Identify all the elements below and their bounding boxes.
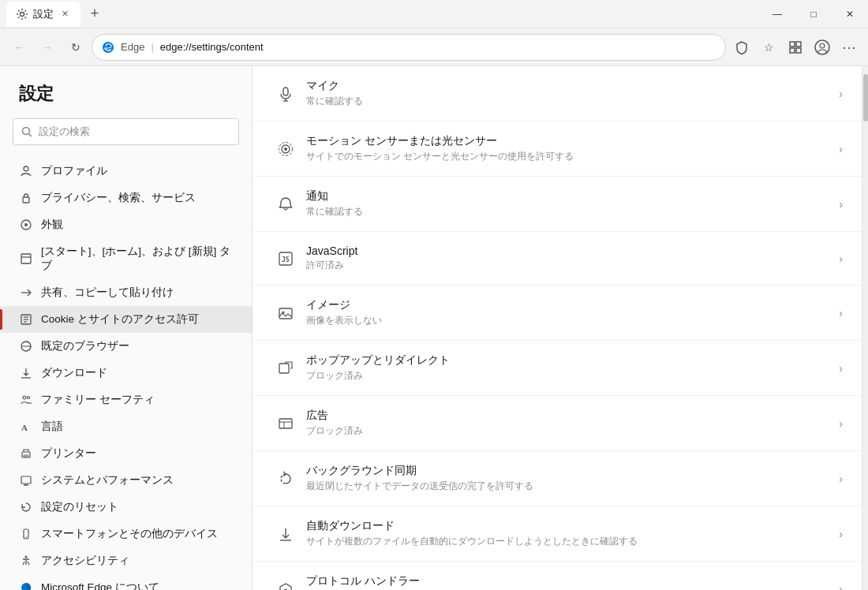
address-bar-brand: Edge	[121, 41, 144, 53]
collections-icon	[788, 40, 803, 54]
search-icon	[21, 126, 32, 137]
sidebar-item-language[interactable]: A言語	[0, 413, 252, 440]
forward-button[interactable]: →	[35, 35, 60, 60]
restore-button[interactable]: □	[795, 0, 832, 28]
profile-button[interactable]	[810, 35, 835, 60]
sidebar-item-reset[interactable]: 設定のリセット	[0, 494, 252, 521]
new-tab-button[interactable]: +	[84, 3, 106, 25]
content-item-autodownload[interactable]: 自動ダウンロード サイトが複数のファイルを自動的にダウンロードしようとしたときに…	[253, 506, 862, 562]
forward-icon: →	[42, 41, 53, 54]
content-item-images[interactable]: イメージ 画像を表示しない ›	[253, 286, 862, 341]
content-background-icon	[271, 471, 300, 487]
content-item-popups[interactable]: ポップアップとリダイレクト ブロック済み ›	[253, 341, 862, 396]
close-tab-button[interactable]: ✕	[58, 8, 71, 21]
content-background-title: バックグラウンド同期	[306, 464, 832, 478]
nav-cookies-label: Cookie とサイトのアクセス許可	[41, 312, 199, 327]
content-motion-desc: サイトでのモーション センサーと光センサーの使用を許可する	[306, 150, 832, 163]
back-button[interactable]: ←	[6, 35, 32, 60]
content-ads-desc: ブロック済み	[306, 424, 832, 438]
nav-share-icon	[19, 286, 33, 300]
sidebar-item-appearance[interactable]: 外観	[0, 211, 252, 238]
sidebar-item-downloads[interactable]: ダウンロード	[0, 360, 252, 386]
nav-printer-label: プリンター	[41, 446, 96, 461]
nav-accessibility-label: アクセシビリティ	[41, 554, 129, 568]
content-item-mic[interactable]: マイク 常に確認する ›	[253, 66, 862, 121]
content-item-background[interactable]: バックグラウンド同期 最近閉じたサイトでデータの送受信の完了を許可する ›	[253, 451, 862, 506]
content-images-text: イメージ 画像を表示しない	[300, 298, 839, 327]
sidebar-item-system[interactable]: システムとパフォーマンス	[0, 467, 252, 494]
sidebar-item-share[interactable]: 共有、コピーして貼り付け	[0, 279, 252, 306]
nav-default-icon	[19, 339, 33, 353]
more-icon: ⋯	[842, 39, 857, 56]
content-item-motion[interactable]: モーション センサーまたは光センサー サイトでのモーション センサーと光センサー…	[253, 121, 862, 177]
nav-newtab-icon	[19, 252, 33, 266]
svg-rect-11	[23, 197, 29, 203]
scrollbar-thumb	[863, 74, 868, 121]
sidebar-item-family[interactable]: ファミリー セーフティ	[0, 386, 252, 413]
content-autodownload-icon	[271, 526, 300, 542]
sidebar-item-about[interactable]: Microsoft Edge について	[0, 574, 252, 590]
content-javascript-icon: JS	[271, 251, 300, 267]
content-mic-desc: 常に確認する	[306, 95, 832, 108]
back-icon: ←	[13, 41, 24, 54]
window-controls: — □ ✕	[759, 0, 868, 28]
favorites-button[interactable]: ☆	[756, 35, 781, 60]
tracking-protection-button[interactable]	[729, 35, 754, 60]
svg-point-13	[24, 223, 28, 226]
content-notifications-icon	[271, 196, 300, 212]
sidebar-item-privacy[interactable]: プライバシー、検索、サービス	[0, 185, 252, 211]
svg-point-8	[23, 128, 30, 135]
content-ads-title: 広告	[306, 409, 832, 423]
toolbar: ← → ↻ Edge | edge://settings/content ☆	[0, 28, 868, 66]
content-item-ads[interactable]: 広告 ブロック済み ›	[253, 396, 862, 451]
svg-point-33	[25, 556, 28, 558]
sidebar-title: 設定	[0, 82, 252, 118]
content-mic-icon	[271, 86, 300, 102]
reload-icon: ↻	[71, 41, 80, 54]
content-background-desc: 最近閉じたサイトでデータの送受信の完了を許可する	[306, 480, 832, 493]
more-button[interactable]: ⋯	[836, 35, 862, 60]
content-item-javascript[interactable]: JS JavaScript 許可済み ›	[253, 232, 862, 286]
nav-reset-icon	[19, 500, 33, 514]
content-background-text: バックグラウンド同期 最近閉じたサイトでデータの送受信の完了を許可する	[300, 464, 839, 493]
sidebar-item-mobile[interactable]: スマートフォンとその他のデバイス	[0, 521, 252, 547]
svg-rect-5	[796, 48, 801, 53]
content-protocol-icon	[271, 581, 300, 591]
content-item-notifications[interactable]: 通知 常に確認する ›	[253, 177, 862, 232]
address-bar[interactable]: Edge | edge://settings/content	[92, 34, 726, 61]
edge-logo-icon	[102, 41, 114, 54]
sidebar-item-printer[interactable]: プリンター	[0, 440, 252, 467]
sidebar-item-newtab[interactable]: [スタート]、[ホーム]、および [新規] タブ	[0, 238, 252, 279]
nav-printer-icon	[19, 446, 33, 461]
sidebar-search[interactable]: 設定の検索	[13, 118, 239, 145]
sidebar-item-accessibility[interactable]: アクセシビリティ	[0, 547, 252, 574]
shield-icon	[735, 40, 749, 54]
close-button[interactable]: ✕	[832, 0, 868, 28]
svg-point-38	[284, 148, 287, 151]
content-images-title: イメージ	[306, 298, 832, 312]
collections-button[interactable]	[783, 35, 808, 60]
nav-family-icon	[19, 393, 33, 407]
content-ads-icon	[271, 416, 300, 431]
content-autodownload-title: 自動ダウンロード	[306, 519, 832, 533]
svg-rect-27	[24, 455, 28, 457]
svg-rect-28	[21, 476, 31, 484]
nav-appearance-label: 外観	[41, 218, 63, 232]
content-background-chevron: ›	[839, 472, 843, 485]
content-motion-text: モーション センサーまたは光センサー サイトでのモーション センサーと光センサー…	[300, 134, 839, 163]
nav-privacy-icon	[19, 191, 33, 205]
nav-appearance-icon	[19, 218, 33, 232]
settings-tab[interactable]: 設定 ✕	[6, 2, 80, 27]
settings-tab-icon	[16, 8, 28, 21]
sidebar-item-default[interactable]: 既定のブラウザー	[0, 333, 252, 360]
nav-family-label: ファミリー セーフティ	[41, 393, 155, 407]
minimize-button[interactable]: —	[759, 0, 795, 28]
content-wrapper: マイク 常に確認する › モーション センサーまたは光センサー サイトでのモーシ…	[253, 66, 862, 590]
nav-profile-icon	[19, 164, 33, 178]
nav-privacy-label: プライバシー、検索、サービス	[41, 191, 196, 205]
sidebar-item-profile[interactable]: プロファイル	[0, 158, 252, 185]
reload-button[interactable]: ↻	[63, 35, 88, 60]
sidebar-item-cookies[interactable]: Cookie とサイトのアクセス許可	[0, 306, 252, 333]
outer-scrollbar[interactable]	[862, 66, 868, 590]
content-item-protocol[interactable]: プロトコル ハンドラー サイトがプロトコルの既定のハンドラーとなることを求めると…	[253, 562, 862, 590]
